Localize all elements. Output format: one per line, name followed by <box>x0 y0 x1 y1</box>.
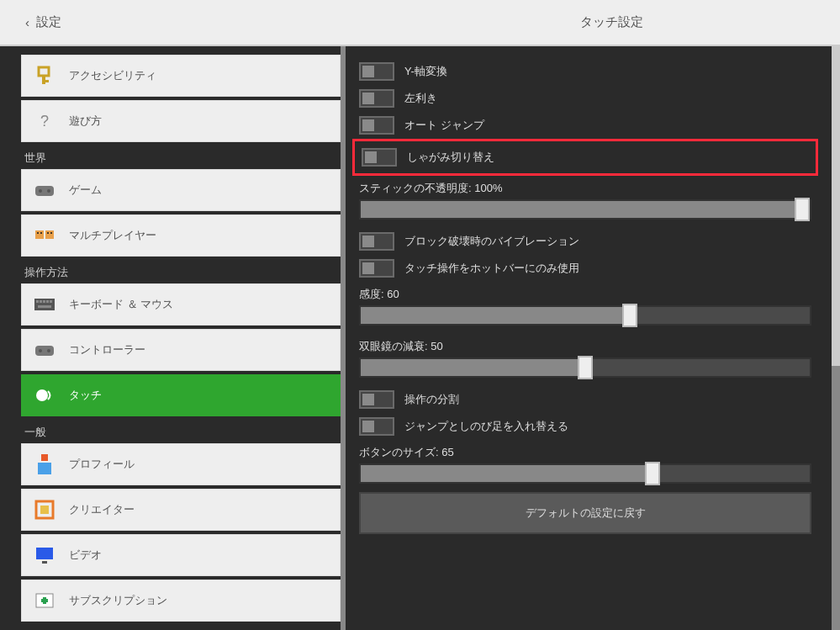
svg-rect-3 <box>35 186 54 196</box>
toggle-label: 操作の分割 <box>404 392 459 407</box>
touch-icon <box>34 384 55 406</box>
sidebar-item-subscription[interactable]: サブスクリプション <box>21 580 341 622</box>
slider-label-opacity: スティックの不透明度: 100% <box>356 176 815 199</box>
sidebar-item-multiplayer[interactable]: マルチプレイヤー <box>21 214 341 257</box>
toggle-label: しゃがみ切り替え <box>407 150 494 165</box>
toggle-label: Y-軸変換 <box>404 64 447 79</box>
sidebar-item-label: ビデオ <box>69 548 102 563</box>
toggle-lefty[interactable] <box>359 89 394 108</box>
chevron-left-icon: ‹ <box>25 15 29 29</box>
toggle-auto-jump[interactable] <box>359 116 394 135</box>
setting-swap: ジャンプとしのび足を入れ替える <box>356 413 815 440</box>
sidebar-item-video[interactable]: ビデオ <box>21 534 341 576</box>
sidebar: アクセシビリティ ? 遊び方 世界 ゲーム マルチプレイヤー 操作方法 キーボー… <box>0 46 341 630</box>
section-header-general: 一般 <box>21 420 341 443</box>
slider-label-sensitivity: 感度: 60 <box>356 282 815 305</box>
slider-opacity[interactable] <box>359 199 811 220</box>
question-icon: ? <box>34 110 55 132</box>
svg-rect-24 <box>38 463 51 474</box>
toggle-label: ジャンプとしのび足を入れ替える <box>404 419 568 434</box>
svg-rect-8 <box>37 232 39 234</box>
slider-buttonsize[interactable] <box>359 463 811 484</box>
svg-rect-11 <box>50 232 52 234</box>
svg-rect-6 <box>35 230 44 239</box>
setting-y-axis: Y-軸変換 <box>356 58 815 85</box>
svg-rect-26 <box>40 506 49 514</box>
sidebar-item-label: サブスクリプション <box>69 593 167 608</box>
svg-rect-15 <box>43 300 45 303</box>
toggle-label: オート ジャンプ <box>404 118 484 133</box>
sidebar-item-label: コントローラー <box>69 342 145 357</box>
sidebar-item-label: アクセシビリティ <box>69 68 156 83</box>
sidebar-item-keyboard[interactable]: キーボード ＆ マウス <box>21 283 341 326</box>
toggle-label: タッチ操作をホットバーにのみ使用 <box>404 261 579 276</box>
toggle-vibrate[interactable] <box>359 232 394 251</box>
toggle-y-axis[interactable] <box>359 62 394 81</box>
slider-sensitivity[interactable] <box>359 305 811 326</box>
sidebar-item-accessibility[interactable]: アクセシビリティ <box>21 55 341 97</box>
toggle-label: ブロック破壊時のバイブレーション <box>404 234 579 249</box>
sidebar-item-label: タッチ <box>69 388 102 403</box>
page-title: タッチ設定 <box>580 14 643 30</box>
svg-rect-23 <box>41 454 48 461</box>
svg-point-4 <box>39 189 42 193</box>
svg-point-5 <box>47 189 50 193</box>
highlighted-setting: しゃがみ切り替え <box>352 139 818 176</box>
subscription-icon <box>34 590 55 611</box>
setting-vibrate: ブロック破壊時のバイブレーション <box>356 228 815 255</box>
toggle-hotbar[interactable] <box>359 259 394 278</box>
profile-icon <box>34 453 55 475</box>
svg-rect-10 <box>47 232 49 234</box>
setting-hotbar: タッチ操作をホットバーにのみ使用 <box>356 255 815 282</box>
svg-rect-18 <box>38 305 51 308</box>
svg-rect-19 <box>35 346 54 356</box>
sidebar-item-game[interactable]: ゲーム <box>21 169 341 211</box>
keyboard-icon <box>34 294 55 315</box>
svg-point-22 <box>36 389 48 401</box>
sidebar-item-howtoplay[interactable]: ? 遊び方 <box>21 100 341 142</box>
toggle-crouch[interactable] <box>362 148 397 167</box>
svg-rect-31 <box>41 599 48 602</box>
sidebar-item-touch[interactable]: タッチ <box>21 374 341 416</box>
svg-point-20 <box>39 349 42 352</box>
sidebar-item-creator[interactable]: クリエイター <box>21 489 341 531</box>
svg-point-21 <box>47 349 50 352</box>
svg-rect-2 <box>45 80 49 82</box>
svg-rect-17 <box>50 300 52 303</box>
sidebar-item-label: ゲーム <box>69 183 102 198</box>
svg-rect-9 <box>40 232 42 234</box>
svg-rect-0 <box>39 67 49 76</box>
svg-rect-27 <box>36 548 53 559</box>
back-label: 設定 <box>36 14 61 30</box>
sidebar-item-label: プロフィール <box>69 457 135 472</box>
setting-crouch-toggle: しゃがみ切り替え <box>358 144 812 171</box>
reset-defaults-button[interactable]: デフォルトの設定に戻す <box>359 492 811 534</box>
slider-label-buttonsize: ボタンのサイズ: 65 <box>356 440 815 463</box>
toggle-label: 左利き <box>404 91 437 106</box>
sidebar-item-controller[interactable]: コントローラー <box>21 329 341 371</box>
controller-icon <box>34 179 55 201</box>
sidebar-item-label: マルチプレイヤー <box>69 228 156 243</box>
video-icon <box>34 544 55 566</box>
slider-label-spyglass: 双眼鏡の減衰: 50 <box>356 334 815 357</box>
toggle-swap[interactable] <box>359 417 394 436</box>
svg-rect-7 <box>45 230 54 239</box>
section-header-world: 世界 <box>21 146 341 169</box>
svg-rect-28 <box>42 561 47 564</box>
sidebar-item-profile[interactable]: プロフィール <box>21 443 341 485</box>
scrollbar[interactable] <box>832 46 840 630</box>
svg-rect-13 <box>36 300 39 303</box>
svg-rect-1 <box>42 76 45 84</box>
sidebar-item-label: クリエイター <box>69 502 135 517</box>
key-icon <box>34 65 55 87</box>
slider-spyglass[interactable] <box>359 357 811 378</box>
section-header-controls: 操作方法 <box>21 260 341 283</box>
back-button[interactable]: ‹ 設定 <box>25 14 61 30</box>
multiplayer-icon <box>34 225 55 246</box>
sidebar-item-label: 遊び方 <box>69 114 102 129</box>
toggle-split[interactable] <box>359 390 394 409</box>
setting-auto-jump: オート ジャンプ <box>356 112 815 139</box>
setting-split: 操作の分割 <box>356 386 815 413</box>
creator-icon <box>34 499 55 521</box>
svg-rect-16 <box>46 300 49 303</box>
